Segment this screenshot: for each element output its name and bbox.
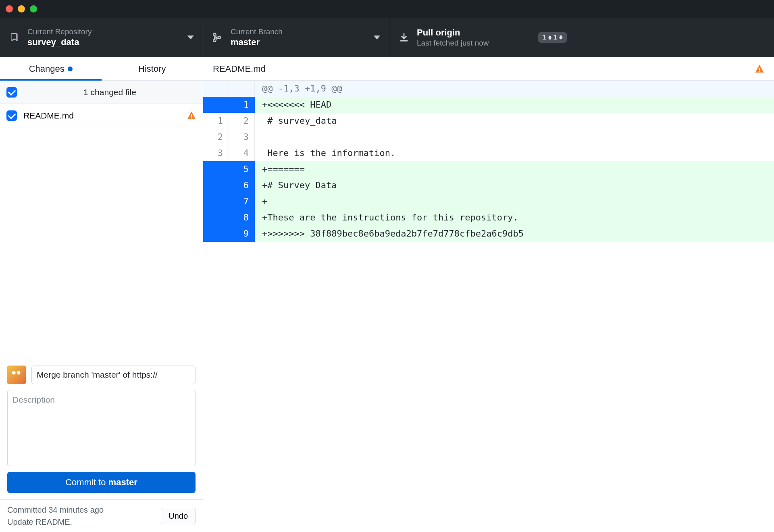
- branch-icon: [212, 32, 223, 43]
- diff-line-text: @@ -1,3 +1,9 @@: [255, 81, 774, 97]
- gutter-old-line: [203, 177, 229, 193]
- gutter-old-line: 1: [203, 113, 229, 129]
- branch-name: master: [231, 37, 366, 48]
- gutter-old-line: [203, 193, 229, 210]
- diff-view[interactable]: @@ -1,3 +1,9 @@1+<<<<<<< HEAD12 # survey…: [203, 81, 774, 532]
- download-icon: [398, 32, 410, 43]
- gutter-new-line: 1: [229, 97, 255, 113]
- gutter-old-line: [203, 97, 229, 113]
- last-commit-status: Committed 34 minutes ago Update README. …: [0, 499, 203, 532]
- svg-rect-1: [191, 117, 192, 118]
- diff-line-add[interactable]: 5+=======: [203, 161, 774, 177]
- chevron-down-icon: [187, 34, 194, 41]
- sidebar-tabs: Changes History: [0, 57, 203, 81]
- diff-line-add[interactable]: 6+# Survey Data: [203, 177, 774, 193]
- diff-file-name: README.md: [213, 64, 755, 74]
- toolbar: Current Repository survey_data Current B…: [0, 18, 774, 57]
- gutter-new-line: 2: [229, 113, 255, 129]
- gutter-old-line: [203, 81, 229, 97]
- gutter-old-line: 2: [203, 129, 229, 145]
- repository-name: survey_data: [27, 37, 180, 48]
- svg-rect-0: [191, 114, 192, 117]
- diff-line-ctx[interactable]: 23: [203, 129, 774, 145]
- ahead-count: 1: [553, 33, 557, 42]
- pull-origin-button[interactable]: Pull origin Last fetched just now 1 1: [389, 18, 576, 57]
- gutter-new-line: 7: [229, 193, 255, 210]
- diff-line-text: +# Survey Data: [255, 177, 774, 193]
- gutter-old-line: 3: [203, 145, 229, 161]
- repo-icon: [9, 32, 20, 43]
- pull-title: Pull origin: [417, 27, 531, 38]
- diff-line-add[interactable]: 8+These are the instructions for this re…: [203, 210, 774, 226]
- main-area: Changes History 1 changed file README.md: [0, 57, 774, 532]
- commit-summary-input[interactable]: [31, 366, 196, 384]
- branch-label: Current Branch: [231, 27, 366, 36]
- minimize-window-button[interactable]: [18, 5, 25, 12]
- chevron-down-icon: [374, 34, 380, 41]
- gutter-new-line: 5: [229, 161, 255, 177]
- changed-files-list: README.md: [0, 104, 203, 359]
- diff-line-ctx[interactable]: 12 # survey_data: [203, 113, 774, 129]
- repository-label: Current Repository: [27, 27, 180, 36]
- file-row[interactable]: README.md: [0, 104, 203, 127]
- diff-line-add[interactable]: 1+<<<<<<< HEAD: [203, 97, 774, 113]
- window-titlebar: [0, 0, 774, 18]
- diff-line-add[interactable]: 7+: [203, 193, 774, 210]
- repository-dropdown[interactable]: Current Repository survey_data: [0, 18, 203, 57]
- file-checkbox[interactable]: [6, 110, 17, 121]
- pull-subtitle: Last fetched just now: [417, 39, 531, 48]
- commit-button[interactable]: Commit to master: [7, 472, 196, 493]
- conflict-warning-icon: [755, 64, 764, 74]
- gutter-new-line: [229, 81, 255, 97]
- diff-panel: README.md @@ -1,3 +1,9 @@1+<<<<<<< HEAD1…: [203, 57, 774, 532]
- changed-files-header: 1 changed file: [0, 81, 203, 104]
- diff-line-hunk[interactable]: @@ -1,3 +1,9 @@: [203, 81, 774, 97]
- status-time: Committed 34 minutes ago: [7, 505, 156, 515]
- behind-count: 1: [542, 33, 546, 42]
- commit-form: Commit to master: [0, 359, 203, 499]
- svg-rect-2: [759, 68, 760, 70]
- tab-history-label: History: [138, 64, 166, 74]
- diff-line-ctx[interactable]: 34 Here is the information.: [203, 145, 774, 161]
- diff-line-text: +<<<<<<< HEAD: [255, 97, 774, 113]
- diff-file-header: README.md: [203, 57, 774, 81]
- diff-line-text: +These are the instructions for this rep…: [255, 210, 774, 226]
- gutter-old-line: [203, 161, 229, 177]
- gutter-old-line: [203, 210, 229, 226]
- window-controls: [6, 5, 37, 12]
- diff-line-text: # survey_data: [255, 113, 774, 129]
- sidebar: Changes History 1 changed file README.md: [0, 57, 203, 532]
- user-avatar: [7, 366, 26, 384]
- gutter-new-line: 9: [229, 226, 255, 242]
- arrow-down-icon: [559, 35, 563, 39]
- commit-button-prefix: Commit to: [65, 477, 108, 487]
- gutter-old-line: [203, 226, 229, 242]
- changes-indicator-icon: [68, 66, 73, 71]
- undo-button[interactable]: Undo: [161, 508, 196, 524]
- gutter-new-line: 6: [229, 177, 255, 193]
- status-message: Update README.: [7, 517, 156, 527]
- diff-line-text: +: [255, 193, 774, 210]
- diff-line-text: +=======: [255, 161, 774, 177]
- commit-button-branch: master: [108, 477, 137, 487]
- close-window-button[interactable]: [6, 5, 13, 12]
- select-all-checkbox[interactable]: [6, 87, 17, 98]
- commit-description-input[interactable]: [7, 390, 196, 466]
- gutter-new-line: 8: [229, 210, 255, 226]
- branch-dropdown[interactable]: Current Branch master: [203, 18, 389, 57]
- tab-changes-label: Changes: [29, 64, 64, 74]
- arrow-up-icon: [548, 35, 552, 39]
- diff-line-text: +>>>>>>> 38f889bec8e6ba9eda2b7fe7d778cfb…: [255, 226, 774, 242]
- tab-changes[interactable]: Changes: [0, 57, 102, 80]
- zoom-window-button[interactable]: [30, 5, 37, 12]
- diff-line-text: Here is the information.: [255, 145, 774, 161]
- gutter-new-line: 4: [229, 145, 255, 161]
- svg-rect-3: [759, 71, 760, 72]
- pull-count-badge: 1 1: [538, 32, 567, 43]
- tab-history[interactable]: History: [102, 57, 203, 80]
- diff-line-text: [255, 129, 774, 145]
- gutter-new-line: 3: [229, 129, 255, 145]
- file-name: README.md: [23, 111, 180, 121]
- diff-line-add[interactable]: 9+>>>>>>> 38f889bec8e6ba9eda2b7fe7d778cf…: [203, 226, 774, 242]
- changed-files-count: 1 changed file: [23, 87, 196, 97]
